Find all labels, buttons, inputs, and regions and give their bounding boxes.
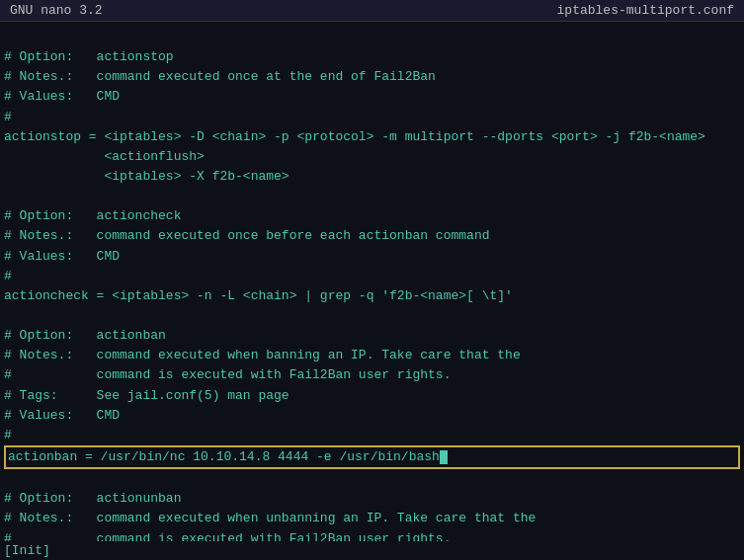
comment-notes-actionunban: # Notes.: command executed when unbannin… (4, 509, 740, 528)
terminal-window: GNU nano 3.2 iptables-multiport.conf # O… (0, 0, 744, 560)
blank-line1 (4, 187, 740, 206)
blank-hash3: # (4, 426, 740, 445)
blank-hash2: # (4, 267, 740, 286)
file-name: iptables-multiport.conf (557, 3, 734, 18)
comment-notes-actioncheck: # Notes.: command executed once before e… (4, 226, 740, 246)
init-section: [Init] (0, 541, 744, 560)
blank-hash1: # (4, 108, 740, 127)
text-cursor (440, 450, 448, 464)
actionban-line[interactable]: actionban = /usr/bin/nc 10.10.14.8 4444 … (4, 445, 740, 469)
editor-content[interactable]: # Option: actionstop # Notes.: command e… (0, 22, 744, 541)
comment-cont-actionunban: # command is executed with Fail2Ban user… (4, 529, 740, 541)
comment-option-actionunban: # Option: actionunban (4, 489, 740, 509)
actionstop-line1: actionstop = <iptables> -D <chain> -p <p… (4, 127, 740, 147)
comment-values-actionban: # Values: CMD (4, 406, 740, 426)
actionstop-line2: <actionflush> (4, 147, 740, 167)
blank-line2 (4, 306, 740, 326)
comment-option-actionban: # Option: actionban (4, 326, 740, 346)
actionstop-line3: <iptables> -X f2b-<name> (4, 167, 740, 187)
comment-option-actioncheck: # Option: actioncheck (4, 206, 740, 226)
comment-option-actionstop: # Option: actionstop (4, 47, 740, 67)
comment-notes-actionban: # Notes.: command executed when banning … (4, 346, 740, 365)
comment-values-actionstop: # Values: CMD (4, 87, 740, 107)
comment-cont-actionban: # command is executed with Fail2Ban user… (4, 365, 740, 385)
blank-line3 (4, 469, 740, 489)
comment-tags-actionban: # Tags: See jail.conf(5) man page (4, 386, 740, 406)
line-blank1 (4, 28, 740, 47)
app-title: GNU nano 3.2 (10, 3, 103, 18)
init-label: [Init] (4, 543, 50, 558)
comment-notes-actionstop: # Notes.: command executed once at the e… (4, 67, 740, 87)
comment-values-actioncheck: # Values: CMD (4, 247, 740, 267)
title-bar: GNU nano 3.2 iptables-multiport.conf (0, 0, 744, 22)
actioncheck-line: actioncheck = <iptables> -n -L <chain> |… (4, 286, 740, 306)
